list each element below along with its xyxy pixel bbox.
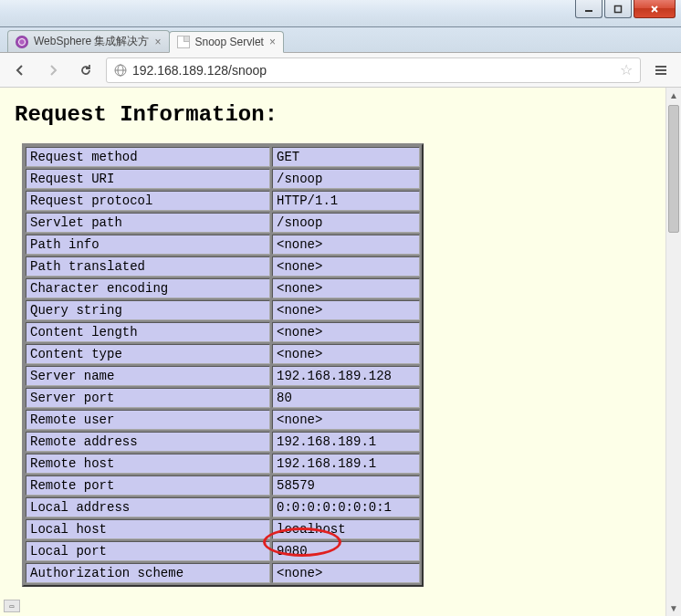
table-row: Request methodGET	[26, 147, 420, 167]
row-key: Server name	[26, 366, 270, 386]
minimize-button[interactable]	[575, 0, 602, 18]
row-value: /snoop	[272, 213, 420, 233]
tab-close-icon[interactable]: ×	[155, 36, 162, 48]
row-value: <none>	[272, 278, 420, 298]
scroll-down-icon[interactable]: ▼	[666, 600, 681, 616]
vertical-scrollbar[interactable]: ▲ ▼	[665, 88, 681, 616]
table-row: Content length<none>	[26, 322, 420, 342]
browser-toolbar: 192.168.189.128/snoop ☆	[0, 53, 681, 88]
row-value: 192.168.189.1	[272, 432, 420, 452]
row-key: Servlet path	[26, 213, 270, 233]
row-value: GET	[272, 147, 420, 167]
row-key: Local host	[26, 519, 270, 539]
table-row: Server port80	[26, 388, 420, 408]
scroll-track[interactable]	[666, 103, 681, 600]
table-row: Character encoding<none>	[26, 278, 420, 298]
row-value: localhost	[272, 519, 420, 539]
table-row: Remote host192.168.189.1	[26, 454, 420, 474]
row-value: <none>	[272, 563, 420, 583]
row-key: Content type	[26, 344, 270, 364]
table-row: Query string<none>	[26, 300, 420, 320]
tab-close-icon[interactable]: ×	[269, 36, 276, 48]
address-text: 192.168.189.128/snoop	[132, 63, 267, 78]
row-value: <none>	[272, 344, 420, 364]
document-favicon-icon	[177, 36, 190, 48]
table-row: Local port9080	[26, 541, 420, 561]
row-key: Local address	[26, 497, 270, 517]
row-key: Local port	[26, 541, 270, 561]
row-key: Server port	[26, 388, 270, 408]
row-key: Path info	[26, 235, 270, 255]
row-value: 192.168.189.1	[272, 454, 420, 474]
row-value: 0:0:0:0:0:0:0:1	[272, 497, 420, 517]
table-row: Remote user<none>	[26, 410, 420, 430]
row-key: Authorization scheme	[26, 563, 270, 583]
tab-snoop[interactable]: Snoop Servlet ×	[169, 31, 284, 53]
row-key: Remote port	[26, 475, 270, 496]
window-titlebar	[0, 0, 681, 27]
websphere-favicon-icon	[16, 36, 28, 48]
table-row: Path translated<none>	[26, 256, 420, 277]
row-key: Character encoding	[26, 278, 270, 298]
row-key: Path translated	[26, 256, 270, 277]
status-indicator-icon: ▭	[4, 600, 20, 612]
row-key: Remote host	[26, 454, 270, 474]
table-row: Path info<none>	[26, 235, 420, 255]
back-button[interactable]	[7, 57, 33, 83]
row-value: 58579	[272, 475, 420, 496]
forward-button[interactable]	[40, 57, 66, 83]
row-value: <none>	[272, 322, 420, 342]
row-key: Request URI	[26, 169, 270, 189]
row-value: <none>	[272, 235, 420, 255]
reload-button[interactable]	[73, 57, 99, 83]
page-heading: Request Information:	[15, 102, 665, 127]
row-key: Request protocol	[26, 191, 270, 211]
row-key: Query string	[26, 300, 270, 320]
viewport-wrap: Request Information: Request methodGETRe…	[0, 88, 681, 616]
row-key: Request method	[26, 147, 270, 167]
table-row: Remote port58579	[26, 475, 420, 496]
tab-websphere[interactable]: WebSphere 集成解决方 ×	[7, 30, 170, 52]
table-row: Content type<none>	[26, 344, 420, 364]
globe-icon	[114, 64, 127, 77]
bookmark-star-icon[interactable]: ☆	[620, 61, 633, 78]
scroll-up-icon[interactable]: ▲	[666, 88, 681, 103]
maximize-button[interactable]	[604, 0, 632, 18]
window-controls	[575, 0, 676, 18]
page-viewport[interactable]: Request Information: Request methodGETRe…	[0, 88, 665, 616]
tab-label: Snoop Servlet	[195, 36, 264, 48]
table-row: Authorization scheme<none>	[26, 563, 420, 583]
row-key: Remote address	[26, 432, 270, 452]
table-row: Request URI/snoop	[26, 169, 420, 189]
table-row: Servlet path/snoop	[26, 213, 420, 233]
row-key: Content length	[26, 322, 270, 342]
row-value: 80	[272, 388, 420, 408]
row-value: <none>	[272, 300, 420, 320]
svg-rect-1	[615, 5, 622, 12]
address-bar[interactable]: 192.168.189.128/snoop ☆	[106, 57, 641, 83]
row-key: Remote user	[26, 410, 270, 430]
request-info-table: Request methodGETRequest URI/snoopReques…	[22, 143, 424, 587]
table-row: Local hostlocalhost	[26, 519, 420, 539]
table-row: Remote address192.168.189.1	[26, 432, 420, 452]
row-value: 9080	[272, 541, 420, 561]
table-row: Request protocolHTTP/1.1	[26, 191, 420, 211]
row-value: /snoop	[272, 169, 420, 189]
tab-label: WebSphere 集成解决方	[34, 34, 150, 49]
row-value: HTTP/1.1	[272, 191, 420, 211]
table-row: Server name192.168.189.128	[26, 366, 420, 386]
menu-button[interactable]	[648, 57, 674, 83]
row-value: 192.168.189.128	[272, 366, 420, 386]
close-button[interactable]	[634, 0, 676, 18]
row-value: <none>	[272, 410, 420, 430]
scroll-thumb[interactable]	[668, 105, 679, 233]
tab-strip: WebSphere 集成解决方 × Snoop Servlet ×	[0, 27, 681, 53]
row-value: <none>	[272, 256, 420, 277]
table-row: Local address0:0:0:0:0:0:0:1	[26, 497, 420, 517]
